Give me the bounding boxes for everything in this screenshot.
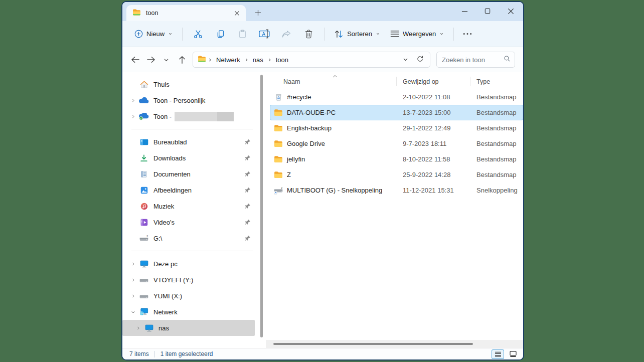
horizontal-scrollbar-track[interactable] xyxy=(266,340,523,348)
maximize-button[interactable] xyxy=(476,2,499,20)
file-row-multiboot[interactable]: 2 MULTIBOOT (G) - Snelkoppeling 11-12-20… xyxy=(270,183,523,198)
sidebar-item-onedrive-zakelijk[interactable]: Toon - xyxy=(122,108,255,124)
downloads-icon xyxy=(138,154,149,162)
redacted-label xyxy=(175,112,234,121)
folder-icon xyxy=(273,124,284,132)
search-box[interactable] xyxy=(436,52,515,68)
more-button[interactable] xyxy=(458,25,476,43)
folder-icon xyxy=(132,9,141,18)
rename-icon xyxy=(259,29,270,39)
chevron-right-icon[interactable] xyxy=(127,114,138,119)
rename-button[interactable] xyxy=(253,25,275,43)
network-icon xyxy=(138,308,149,316)
documents-icon xyxy=(138,170,149,178)
sort-icon xyxy=(334,30,344,39)
breadcrumb-netwerk[interactable]: Netwerk xyxy=(214,56,243,64)
paste-icon xyxy=(238,29,247,39)
folder-icon xyxy=(273,140,284,147)
pc-icon xyxy=(138,260,149,268)
sidebar-item-g-drive[interactable]: 2 G:\ xyxy=(122,230,255,246)
explorer-tab[interactable]: toon xyxy=(126,5,246,21)
sidebar-item-documenten[interactable]: Documenten xyxy=(122,166,255,182)
sidebar-divider xyxy=(131,251,253,251)
status-separator xyxy=(154,351,155,357)
tab-close-icon[interactable] xyxy=(232,8,242,18)
details-view-button[interactable] xyxy=(492,349,504,359)
chevron-right-icon[interactable] xyxy=(127,294,138,298)
view-button[interactable]: Weergeven xyxy=(385,27,449,41)
sidebar-item-deze-pc[interactable]: Deze pc xyxy=(122,256,255,272)
chevron-right-icon[interactable] xyxy=(132,326,143,330)
pin-icon xyxy=(244,203,251,210)
refresh-icon[interactable] xyxy=(416,55,424,65)
column-separator[interactable] xyxy=(396,77,397,86)
up-button[interactable] xyxy=(174,52,190,68)
file-row-recycle[interactable]: #recycle 2-10-2022 11:08 Bestandsmap xyxy=(270,89,523,105)
close-button[interactable] xyxy=(499,2,522,20)
file-row-google-drive[interactable]: Google Drive 9-7-2023 18:11 Bestandsmap xyxy=(270,136,523,151)
large-icons-view-button[interactable] xyxy=(507,349,519,359)
folder-icon xyxy=(273,109,284,116)
chevron-right-icon[interactable] xyxy=(127,98,138,103)
delete-button[interactable] xyxy=(297,25,319,43)
breadcrumb-bar[interactable]: Netwerk nas toon xyxy=(193,52,430,68)
sidebar-item-nas[interactable]: nas xyxy=(122,320,255,336)
file-row-data-oude-pc[interactable]: DATA-OUDE-PC 13-7-2023 15:00 Bestandsmap xyxy=(270,105,523,120)
file-list-pane: Naam Gewijzigd op Type #recycle 2-10-202… xyxy=(266,72,523,340)
file-row-z[interactable]: Z 25-9-2022 14:28 Bestandsmap xyxy=(270,167,523,183)
copy-button[interactable] xyxy=(209,25,231,43)
drive-icon xyxy=(138,276,149,283)
navigation-pane: Thuis Toon - Persoonlijk Toon - xyxy=(122,72,266,340)
address-dropdown-icon[interactable] xyxy=(403,55,408,64)
search-icon[interactable] xyxy=(504,55,511,64)
pc-icon xyxy=(143,324,154,332)
back-button[interactable] xyxy=(127,52,143,68)
selection-count: 1 item geselecteerd xyxy=(160,350,213,357)
sidebar-item-videos[interactable]: Video's xyxy=(122,214,255,230)
chevron-right-icon xyxy=(243,58,250,62)
column-header-type[interactable]: Type xyxy=(476,78,490,85)
breadcrumb-toon[interactable]: toon xyxy=(273,56,291,64)
sort-button[interactable]: Sorteren xyxy=(329,27,385,42)
file-row-jellyfin[interactable]: jellyfin 8-10-2022 11:58 Bestandsmap xyxy=(270,151,523,167)
column-separator[interactable] xyxy=(470,77,470,86)
paste-button[interactable] xyxy=(231,25,253,43)
sidebar-scrollbar[interactable] xyxy=(260,75,263,337)
column-header-naam[interactable]: Naam xyxy=(283,78,300,85)
sidebar-item-yumi[interactable]: YUMI (X:) xyxy=(122,288,255,304)
minimize-button[interactable] xyxy=(453,2,476,20)
breadcrumb-nas[interactable]: nas xyxy=(250,56,266,64)
pin-icon xyxy=(244,235,251,242)
sidebar-item-bureaublad[interactable]: Bureaublad xyxy=(122,134,255,150)
chevron-down-icon[interactable] xyxy=(127,310,138,314)
column-header-gewijzigd-op[interactable]: Gewijzigd op xyxy=(403,78,439,85)
sidebar-item-muziek[interactable]: Muziek xyxy=(122,198,255,214)
videos-icon xyxy=(138,219,149,226)
share-button[interactable] xyxy=(275,25,297,43)
new-tab-button[interactable] xyxy=(251,6,265,20)
horizontal-scrollbar-thumb[interactable] xyxy=(273,343,473,345)
chevron-right-icon[interactable] xyxy=(127,278,138,282)
file-row-english-backup[interactable]: English-backup 29-1-2022 12:49 Bestandsm… xyxy=(270,120,523,136)
horizontal-scrollbar xyxy=(122,340,523,348)
cut-button[interactable] xyxy=(187,25,209,43)
svg-text:2: 2 xyxy=(281,187,282,190)
sidebar-item-onedrive-persoonlijk[interactable]: Toon - Persoonlijk xyxy=(122,92,255,108)
more-icon xyxy=(463,33,472,35)
titlebar[interactable]: toon xyxy=(122,2,523,21)
new-button[interactable]: Nieuw xyxy=(129,27,178,41)
item-count: 7 items xyxy=(129,350,149,357)
sidebar-item-afbeeldingen[interactable]: Afbeeldingen xyxy=(122,182,255,198)
sidebar-item-thuis[interactable]: Thuis xyxy=(122,76,255,92)
sidebar-item-downloads[interactable]: Downloads xyxy=(122,150,255,166)
forward-button[interactable] xyxy=(143,52,158,68)
chevron-right-icon[interactable] xyxy=(127,262,138,266)
delete-icon xyxy=(304,29,313,39)
sidebar-item-vtoyefi[interactable]: VTOYEFI (Y:) xyxy=(122,272,255,288)
sidebar-item-netwerk[interactable]: Netwerk xyxy=(122,304,255,320)
view-icon xyxy=(390,30,399,38)
recent-locations-button[interactable] xyxy=(158,52,174,68)
search-input[interactable] xyxy=(442,56,504,64)
new-button-label: Nieuw xyxy=(146,30,165,38)
toolbar-separator xyxy=(453,28,454,41)
